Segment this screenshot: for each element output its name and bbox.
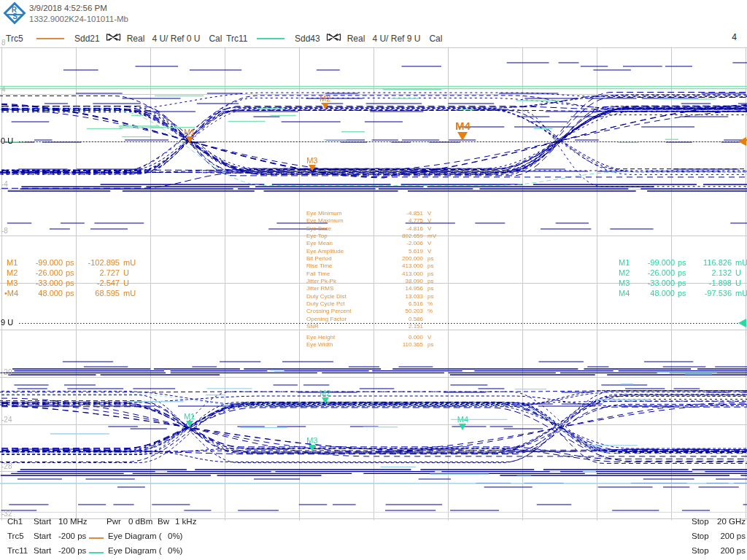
eye-measurement-unit: mV (423, 233, 441, 240)
stop-value: 200 ps (712, 546, 746, 555)
legend-item-trc11[interactable]: Trc11Sdd43Real4 U/ Ref 9 UCal (226, 33, 442, 44)
eye-measurement-unit: V (423, 240, 441, 247)
eye-diagram-icon (326, 33, 341, 44)
marker-response-unit: mU (732, 288, 747, 298)
eye-measurement-row: SNR2.151 (306, 323, 441, 330)
eye-measurement-value: 13.033 (382, 293, 423, 300)
eye-measurement-row: Eye Height0.000V (306, 334, 441, 341)
eye-measurement-unit: ps (423, 271, 441, 278)
eye-measurement-row: Jitter RMS14.956ps (306, 285, 441, 292)
marker-stimulus-value: -33.000 (26, 278, 63, 288)
scale-ref-label: 4 U/ Ref 9 U (372, 34, 420, 44)
eye-measurement-unit (423, 316, 441, 323)
marker-label: M1 (184, 128, 195, 136)
marker-stimulus-unit: ps (63, 278, 76, 288)
eye-measurement-label: SNR (306, 323, 382, 330)
marker-triangle-icon (186, 421, 193, 427)
eye-diagram-icon (106, 33, 121, 44)
status-entity-name[interactable]: Trc5 (7, 532, 24, 540)
plot-marker-trc11-m2[interactable]: M2 (318, 388, 333, 404)
plot-marker-trc5-m1[interactable]: M1 (182, 127, 197, 143)
marker-stimulus-unit: ps (63, 288, 76, 298)
marker-response-value: 68.595 (76, 288, 120, 298)
eye-measurement-unit: V (423, 334, 441, 341)
start-value: 10 MHz (58, 517, 88, 526)
power-label: Pwr (107, 517, 121, 526)
eye-measurement-label: Eye Mean (306, 240, 382, 247)
marker-label: M1 (184, 412, 195, 421)
eye-measurement-label: Eye Width (306, 341, 382, 349)
marker-stimulus-value: 48.000 (26, 288, 63, 298)
plot-marker-trc11-m1[interactable]: M1 (182, 411, 197, 427)
power-value: 0 dBm (128, 517, 152, 526)
eye-measurement-row: Duty Cycle Dist13.033ps (306, 293, 441, 300)
marker-stimulus-value: -33.000 (638, 278, 675, 288)
plot-marker-trc11-m4[interactable]: M4 (455, 414, 470, 430)
marker-response-value: 2.132 (688, 268, 732, 278)
format-label: Real (347, 34, 365, 44)
marker-label: M4 (457, 415, 468, 424)
status-entity-name[interactable]: Trc11 (7, 546, 28, 555)
eye-measurement-label: Duty Cycle Pct (306, 300, 382, 308)
start-label: Start (34, 517, 51, 526)
plot-marker-trc11-m3[interactable]: M3 (305, 435, 320, 451)
marker-response-unit: U (732, 278, 747, 288)
status-row-trc11: Trc11Start-200 psEye Diagram (0%)Stop200… (0, 544, 747, 559)
logo-slash (7, 14, 23, 15)
eye-measurement-row: Jitter Pk-Pk38.090ps (306, 278, 441, 285)
eye-measurement-label: Eye Maximum (306, 217, 382, 225)
plot-marker-trc5-m2[interactable]: M2 (318, 93, 333, 109)
marker-row: •M448.000ps68.595mU (4, 288, 137, 298)
marker-response-unit: mU (732, 257, 747, 268)
marker-name: •M4 (4, 288, 26, 298)
marker-triangle-icon (322, 397, 329, 404)
marker-row: M3-33.000ps-1.898U (616, 278, 747, 288)
marker-response-unit: U (732, 268, 747, 278)
status-entity-name[interactable]: Ch1 (7, 517, 23, 526)
marker-name: M1 (616, 257, 638, 268)
marker-response-unit: mU (120, 288, 137, 298)
stop-label: Stop (692, 546, 709, 555)
status-bar-separator (0, 512, 747, 513)
plot-marker-trc5-m3[interactable]: M3 (305, 155, 320, 171)
eye-measurement-row: Eye Mean-2.006V (306, 240, 441, 247)
start-label: Start (34, 532, 51, 540)
legend-item-trc5[interactable]: Trc5Sdd21Real4 U/ Ref 0 UCal (6, 33, 222, 44)
eye-measurement-label: Eye Height (306, 334, 382, 341)
eye-measurement-value: 4.775 (382, 217, 423, 225)
measurement-type-label: Eye Diagram ( (108, 546, 162, 555)
marker-row: M1-99.000ps116.826mU (616, 257, 747, 268)
eye-measurement-label: Fall Time (306, 271, 382, 278)
eye-measurement-value: 0.000 (382, 334, 423, 341)
eye-measurement-value: 5.619 (382, 248, 423, 255)
marker-label: M3 (306, 436, 317, 445)
marker-stimulus-unit: ps (675, 268, 688, 278)
marker-stimulus-unit: ps (675, 257, 688, 268)
marker-row: M2-26.000ps2.132U (616, 268, 747, 278)
eye-measurement-row: Bit Period200.000ps (306, 255, 441, 262)
eye-measurement-unit: ps (423, 255, 441, 262)
marker-triangle-icon (186, 136, 193, 143)
marker-response-value: -97.536 (688, 288, 732, 298)
eye-measurement-unit: V (423, 248, 441, 255)
marker-stimulus-value: -99.000 (638, 257, 675, 268)
eye-measurement-value: 413.000 (382, 271, 423, 278)
eye-measurement-value: 6.516 (382, 300, 423, 308)
eye-measurement-row: Eye Top802.659mV (306, 233, 441, 240)
plot-marker-trc5-m4[interactable]: M4 (455, 122, 470, 141)
marker-stimulus-value: -26.000 (638, 268, 675, 278)
window-number-badge[interactable]: 4 (732, 32, 737, 42)
marker-table-trc5: M1-99.000ps-102.895mU M2-26.000ps2.727U … (4, 257, 137, 298)
status-row-ch1: Ch1Start10 MHzPwr0 dBmBw1 kHzStop20 GHz (0, 515, 747, 529)
marker-response-value: 116.826 (688, 257, 732, 268)
marker-name: M1 (4, 257, 26, 268)
eye-measurement-table: Eye Minimum-4.851VEye Maximum4.775VEye B… (306, 210, 441, 349)
eye-measurement-unit: V (423, 217, 441, 225)
eye-measurement-unit: % (423, 308, 441, 315)
marker-name: M3 (4, 278, 26, 288)
eye-measurement-unit (423, 323, 441, 330)
format-label: Real (127, 34, 145, 44)
start-value: -200 ps (58, 532, 86, 540)
eye-measurement-row: Crossing Percent50.203% (306, 308, 441, 315)
datetime-label: 3/9/2018 4:52:56 PM (29, 3, 128, 14)
